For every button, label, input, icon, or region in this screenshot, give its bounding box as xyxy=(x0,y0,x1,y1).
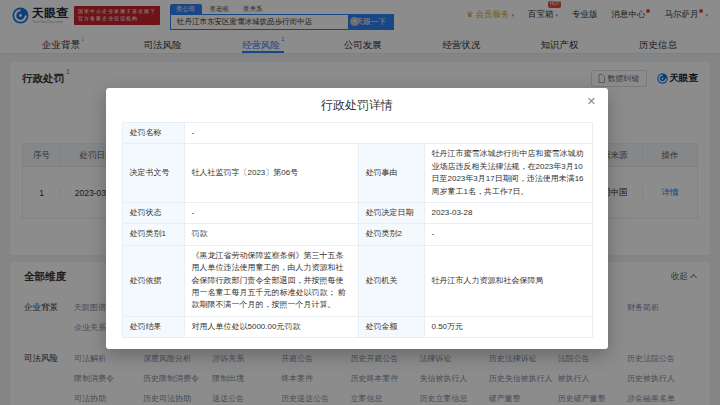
field-label: 处罚结果 xyxy=(122,316,184,337)
field-value: 罚款 xyxy=(184,224,358,245)
field-value: 《黑龙江省劳动保障监察条例》第三十五条 用人单位违法使用童工的，由人力资源和社会… xyxy=(184,245,358,316)
field-label: 处罚机关 xyxy=(358,245,424,316)
field-label: 处罚决定日期 xyxy=(358,202,424,223)
field-value: 牡丹江市蜜雪冰城步行街中店和蜜雪冰城劝业场店违反相关法律法规，在2023年3月1… xyxy=(424,144,592,203)
field-value: - xyxy=(184,123,592,144)
table-row: 处罚类别1 罚款 处罚类别2 - xyxy=(122,224,592,245)
field-label: 处罚状态 xyxy=(122,202,184,223)
field-value: 2023-03-28 xyxy=(424,202,592,223)
close-icon[interactable]: ✕ xyxy=(587,96,596,107)
field-value: - xyxy=(184,202,358,223)
table-row: 处罚结果 对用人单位处以5000.00元罚款 处罚金额 0.50万元 xyxy=(122,316,592,337)
penalty-detail-modal: 行政处罚详情 ✕ 处罚名称 - 决定书文号 牡人社监罚字〔2023〕第06号 处… xyxy=(106,88,608,349)
field-label: 处罚金额 xyxy=(358,316,424,337)
field-label: 处罚类别1 xyxy=(122,224,184,245)
field-value: 对用人单位处以5000.00元罚款 xyxy=(184,316,358,337)
field-label: 处罚事由 xyxy=(358,144,424,203)
field-label: 决定书文号 xyxy=(122,144,184,203)
table-row: 处罚依据 《黑龙江省劳动保障监察条例》第三十五条 用人单位违法使用童工的，由人力… xyxy=(122,245,592,316)
field-value: - xyxy=(424,224,592,245)
table-row: 处罚名称 - xyxy=(122,123,592,144)
table-row: 决定书文号 牡人社监罚字〔2023〕第06号 处罚事由 牡丹江市蜜雪冰城步行街中… xyxy=(122,144,592,203)
field-value: 牡人社监罚字〔2023〕第06号 xyxy=(184,144,358,203)
table-row: 处罚状态 - 处罚决定日期 2023-03-28 xyxy=(122,202,592,223)
field-value: 0.50万元 xyxy=(424,316,592,337)
penalty-detail-table: 处罚名称 - 决定书文号 牡人社监罚字〔2023〕第06号 处罚事由 牡丹江市蜜… xyxy=(122,122,593,338)
field-label: 处罚依据 xyxy=(122,245,184,316)
field-label: 处罚类别2 xyxy=(358,224,424,245)
modal-title: 行政处罚详情 xyxy=(106,88,608,122)
field-label: 处罚名称 xyxy=(122,123,184,144)
field-value: 牡丹江市人力资源和社会保障局 xyxy=(424,245,592,316)
